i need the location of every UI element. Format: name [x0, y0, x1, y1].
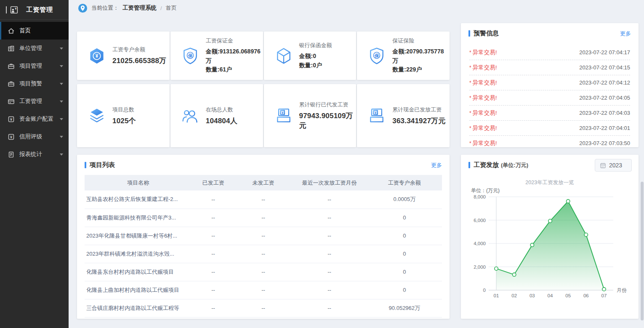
svg-text:保: 保	[374, 53, 379, 58]
vertical-scrollbar[interactable]	[640, 0, 644, 328]
project-name-cell[interactable]: 化隆县东台村村内道路以工代赈项目	[85, 263, 192, 281]
stat-label: 工资保证金	[206, 37, 263, 45]
warning-list: *异常交易!2023-07-22 07:04:17*异常交易!2023-07-2…	[461, 42, 639, 147]
svg-text:月份: 月份	[617, 287, 627, 293]
svg-text:2,000: 2,000	[474, 265, 486, 270]
warnings-more-link[interactable]: 更多	[620, 30, 631, 37]
warning-item[interactable]: *异常交易!2023-07-22 07:04:01	[469, 121, 630, 136]
sidebar-item-项目预警[interactable]: 项目预警	[0, 75, 69, 93]
table-row[interactable]: 2023年化隆县甘都镇隆康一村等6村...------0	[85, 227, 442, 245]
svg-text:保: 保	[187, 53, 192, 58]
stat-label: 银行保函金额	[299, 42, 332, 49]
warning-timestamp: 2023-07-22 07:04:03	[579, 110, 630, 116]
svg-text:¥: ¥	[281, 111, 283, 115]
sidebar-item-资金账户配置[interactable]: ¥资金账户配置	[0, 110, 69, 128]
salary-chart-unit: (单位:万元)	[501, 161, 528, 169]
svg-text:4,000: 4,000	[474, 241, 486, 246]
stat-card: ¥累计银行已代发工资97943.905109万元	[264, 84, 357, 147]
project-table-column-header: 工资专户余额	[367, 175, 442, 190]
project-list-header: 项目列表 更多	[77, 155, 450, 174]
chevron-down-icon	[60, 101, 63, 104]
sidebar-item-label: 单位管理	[19, 45, 42, 52]
warning-item[interactable]: *异常交易!2023-07-22 07:04:05	[469, 90, 630, 106]
table-row[interactable]: 化隆县东台村村内道路以工代赈项目------0	[85, 263, 442, 281]
account-balance-cell: 0.0005万	[367, 190, 442, 209]
last-pay-month-cell: --	[292, 190, 367, 209]
stat-value: 104804人	[206, 116, 237, 126]
svg-text:6,000: 6,000	[474, 218, 486, 223]
warning-text: *异常交易!	[469, 124, 497, 132]
stat-card: 项目总数1025个	[77, 84, 170, 147]
sidebar-item-项目管理[interactable]: 项目管理	[0, 57, 69, 75]
account-balance-cell: 0	[367, 209, 442, 227]
layers-icon	[88, 106, 106, 125]
table-row[interactable]: 互助县农村公路灾后恢复重建工程-2...------0.0005万	[85, 190, 442, 209]
briefcase-icon	[8, 63, 15, 70]
sidebar-item-报表统计[interactable]: 报表统计	[0, 145, 69, 163]
paid-salary-cell: --	[192, 227, 235, 245]
chevron-down-icon	[60, 65, 63, 69]
bank-card-icon	[8, 98, 15, 105]
sidebar-item-工资管理[interactable]: 工资管理	[0, 93, 69, 110]
unpaid-salary-cell: --	[235, 209, 292, 227]
hexagon-yuan-icon: ¥	[88, 47, 106, 65]
table-row[interactable]: 青海鑫园新能源科技有限公司年产3...------0	[85, 209, 442, 227]
svg-text:07: 07	[601, 293, 607, 298]
stat-value: 1025个	[112, 116, 136, 126]
warning-item[interactable]: *异常交易!2023-07-22 07:04:12	[469, 75, 630, 90]
sidebar-item-信用评级[interactable]: ¥信用评级	[0, 128, 69, 145]
warning-item[interactable]: *异常交易!2023-07-22 07:04:03	[469, 106, 630, 121]
warnings-card: 预警信息 更多 *异常交易!2023-07-22 07:04:17*异常交易!2…	[461, 23, 639, 147]
sidebar-item-label: 首页	[19, 27, 31, 34]
scrollbar-thumb[interactable]	[641, 182, 644, 320]
table-row[interactable]: 三合镇庄廓村村内道路以工代赈工程等------90.052962万	[85, 299, 442, 317]
warning-item[interactable]: *异常交易!2023-07-22 07:04:15	[469, 60, 630, 75]
unpaid-salary-cell: --	[235, 227, 292, 245]
warning-timestamp: 2023-07-22 07:04:05	[579, 95, 630, 101]
project-table-column-header: 项目名称	[85, 175, 192, 190]
project-name-cell[interactable]: 化隆县上曲加村村内道路以工代赈项目	[85, 281, 192, 299]
paid-salary-cell: --	[192, 209, 235, 227]
warning-item[interactable]: *异常交易!2023-07-22 07:03:50	[469, 136, 630, 147]
table-row[interactable]: 化隆县上曲加村村内道路以工代赈项目------0	[85, 281, 442, 299]
stat-detail-line: 金额:913126.068976万	[206, 47, 263, 65]
project-name-cell[interactable]: 2023年化隆县甘都镇隆康一村等6村...	[85, 227, 192, 245]
sidebar-item-单位管理[interactable]: 单位管理	[0, 40, 69, 57]
breadcrumb: 当前位置： 工资管理系统 / 首页	[78, 3, 177, 13]
table-row[interactable]: 2023年群科镇滩北村溢洪道沟水毁...------0	[85, 245, 442, 263]
warnings-header: 预警信息 更多	[461, 23, 639, 42]
stat-value: 21025.665388万	[112, 56, 166, 66]
svg-text:¥: ¥	[375, 111, 377, 115]
cash-yuan-icon: ¥	[274, 106, 293, 125]
project-list-card: 项目列表 更多 项目名称已发工资未发工资最近一次发放工资月份工资专户余额 互助县…	[77, 155, 450, 319]
salary-chart: 2023年工资发放一览单位：(万元)02,0004,0006,0008,0000…	[461, 177, 639, 315]
app-root: ¥ 工资管理 首页单位管理项目管理项目预警工资管理¥资金账户配置¥信用评级报表统…	[0, 0, 644, 328]
report-icon	[8, 151, 15, 158]
warning-text: *异常交易!	[469, 79, 497, 87]
app-title: 工资管理	[26, 6, 53, 14]
warning-item[interactable]: *异常交易!2023-07-22 07:04:17	[469, 45, 630, 60]
unpaid-salary-cell: --	[235, 299, 292, 317]
cube-icon	[274, 47, 293, 65]
project-name-cell[interactable]: 三合镇庄廓村村内道路以工代赈工程等	[85, 299, 192, 317]
project-name-cell[interactable]: 互助县农村公路灾后恢复重建工程-2...	[85, 190, 192, 209]
warning-timestamp: 2023-07-22 07:04:17	[579, 49, 630, 56]
unpaid-salary-cell: --	[235, 245, 292, 263]
last-pay-month-cell: --	[292, 245, 367, 263]
stat-label: 保证保险	[392, 37, 450, 45]
stat-value: 97943.905109万元	[299, 111, 357, 130]
breadcrumb-root[interactable]: 工资管理系统	[122, 4, 157, 12]
sidebar-item-首页[interactable]: 首页	[0, 22, 69, 40]
shield-bao-icon: 保	[181, 47, 200, 65]
last-pay-month-cell: --	[292, 209, 367, 227]
project-table-body: 互助县农村公路灾后恢复重建工程-2...------0.0005万青海鑫园新能源…	[85, 190, 442, 317]
people-icon	[181, 106, 200, 125]
project-list-more-link[interactable]: 更多	[431, 161, 442, 169]
stat-detail-line: 金额:0	[299, 52, 332, 61]
project-table-column-header: 最近一次发放工资月份	[292, 175, 367, 190]
project-name-cell[interactable]: 青海鑫园新能源科技有限公司年产3...	[85, 209, 192, 227]
stat-label: 项目总数	[112, 106, 136, 114]
project-name-cell[interactable]: 2023年群科镇滩北村溢洪道沟水毁...	[85, 245, 192, 263]
year-picker[interactable]: 2023	[595, 159, 632, 172]
svg-text:03: 03	[530, 293, 535, 298]
